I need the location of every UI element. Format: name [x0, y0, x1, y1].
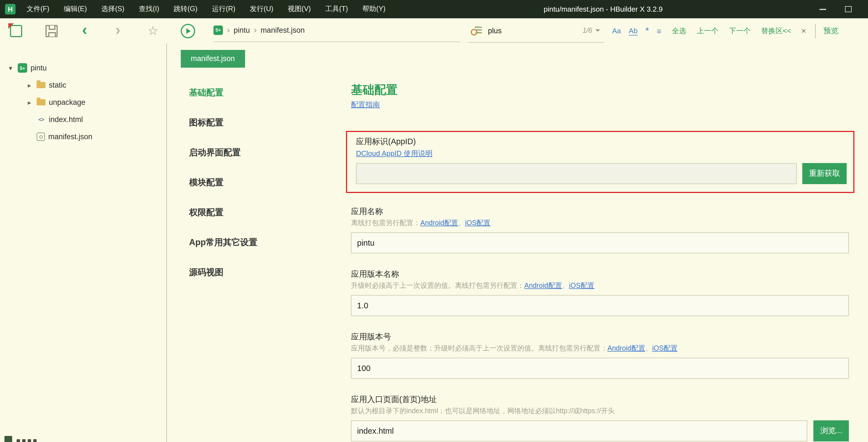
minimize-button[interactable]	[819, 8, 826, 10]
ios-config-link[interactable]: iOS配置	[465, 219, 490, 227]
menu-edit[interactable]: 编辑(E)	[57, 0, 94, 18]
menu-bar: H 文件(F) 编辑(E) 选择(S) 查找(I) 跳转(G) 运行(R) 发行…	[0, 0, 868, 18]
tree-item-unpackage[interactable]: unpackage	[0, 94, 166, 111]
find-query-text[interactable]: plus	[488, 26, 583, 35]
tree-item-index-html[interactable]: index.html	[0, 111, 166, 128]
version-name-field: 应用版本名称 升级时必须高于上一次设置的值。离线打包需另行配置：Android配…	[351, 269, 849, 316]
appid-label: 应用标识(AppID)	[356, 137, 847, 147]
ios-config-link[interactable]: iOS配置	[569, 282, 594, 290]
appid-input[interactable]	[356, 163, 797, 184]
favorite-button[interactable]	[148, 18, 158, 43]
chevron-right-icon[interactable]	[26, 98, 33, 106]
run-icon	[181, 24, 195, 38]
version-name-input[interactable]	[351, 295, 849, 316]
hint-text: 升级时必须高于上一次设置的值。离线打包需另行配置：	[351, 282, 524, 290]
nav-source-view[interactable]: 源码视图	[189, 257, 333, 287]
menu-tools[interactable]: 工具(T)	[318, 0, 355, 18]
html-file-icon	[37, 116, 45, 123]
android-config-link[interactable]: Android配置	[608, 344, 645, 352]
menu-publish[interactable]: 发行(U)	[243, 0, 281, 18]
tree-root-pintu[interactable]: 5+ pintu	[0, 59, 166, 77]
json-file-icon	[37, 132, 45, 141]
menu-file[interactable]: 文件(F)	[20, 0, 57, 18]
tree-item-manifest-json[interactable]: manifest.json	[0, 128, 166, 145]
back-icon	[82, 24, 87, 37]
save-button[interactable]	[45, 18, 58, 43]
select-all-button[interactable]: 全选	[672, 26, 686, 36]
selection-search-icon[interactable]: ≡	[657, 26, 661, 35]
replace-toggle-button[interactable]: 替换区<<	[761, 26, 791, 36]
viewport: H 文件(F) 编辑(E) 选择(S) 查找(I) 跳转(G) 运行(R) 发行…	[0, 0, 868, 442]
tree-item-label: unpackage	[49, 98, 85, 107]
breadcrumb-file[interactable]: manifest.json	[260, 26, 305, 34]
whole-word-icon[interactable]: Ab	[629, 26, 638, 35]
tab-manifest-json[interactable]: manifest.json	[181, 50, 245, 68]
entry-page-input[interactable]	[351, 420, 808, 441]
app-name-hint: 离线打包需另行配置：Android配置、iOS配置	[351, 218, 849, 228]
version-code-input[interactable]	[351, 358, 849, 379]
nav-module-config[interactable]: 模块配置	[189, 168, 333, 198]
app-name-field: 应用名称 离线打包需另行配置：Android配置、iOS配置	[351, 206, 849, 254]
tree-root-label: pintu	[31, 64, 47, 72]
basic-config-form: 基础配置 配置指南 应用标识(AppID) DCloud AppID 使用说明 …	[351, 43, 849, 441]
window-controls	[814, 6, 868, 12]
refetch-appid-button[interactable]: 重新获取	[802, 163, 847, 184]
breadcrumb-project[interactable]: pintu	[234, 26, 250, 34]
chevron-right-icon[interactable]	[26, 81, 33, 89]
regex-icon[interactable]: *	[645, 28, 649, 34]
bottom-panel-partial	[4, 436, 39, 442]
ios-config-link[interactable]: iOS配置	[652, 344, 678, 352]
version-code-hint: 应用版本号，必须是整数；升级时必须高于上一次设置的值。离线打包需另行配置：And…	[351, 344, 849, 353]
menu-run[interactable]: 运行(R)	[205, 0, 243, 18]
find-prev-button[interactable]: 上一个	[697, 26, 718, 36]
close-find-icon[interactable]: ×	[801, 26, 806, 36]
app-name-label: 应用名称	[351, 206, 849, 217]
back-button[interactable]	[82, 18, 87, 43]
find-input[interactable]: plus 1/6	[468, 19, 604, 43]
app-name-input[interactable]	[351, 232, 849, 254]
config-guide-link[interactable]: 配置指南	[351, 100, 380, 110]
preview-button[interactable]: 预览	[815, 24, 844, 38]
maximize-button[interactable]	[845, 6, 851, 12]
android-config-link[interactable]: Android配置	[420, 219, 458, 227]
page-title: 基础配置	[351, 82, 849, 98]
chevron-down-icon[interactable]	[595, 29, 600, 32]
hint-separator: 、	[458, 219, 465, 227]
tree-item-label: static	[49, 81, 66, 89]
clipped-text	[17, 439, 39, 442]
find-next-button[interactable]: 下一个	[729, 26, 750, 36]
menu-find[interactable]: 查找(I)	[132, 0, 166, 18]
new-file-button[interactable]	[10, 18, 22, 43]
star-icon	[148, 25, 158, 37]
chevron-right-icon	[254, 25, 257, 35]
menu-help[interactable]: 帮助(Y)	[355, 0, 393, 18]
run-button[interactable]	[181, 18, 195, 43]
nav-permission-config[interactable]: 权限配置	[189, 198, 333, 227]
android-config-link[interactable]: Android配置	[524, 282, 562, 290]
appid-highlight-box: 应用标识(AppID) DCloud AppID 使用说明 重新获取	[346, 131, 855, 193]
menu-select[interactable]: 选择(S)	[94, 0, 131, 18]
match-case-icon[interactable]: Aa	[612, 27, 621, 35]
hint-text: 离线打包需另行配置：	[351, 219, 420, 227]
hbuilderx-window: H 文件(F) 编辑(E) 选择(S) 查找(I) 跳转(G) 运行(R) 发行…	[0, 0, 868, 442]
entry-page-field: 应用入口页面(首页)地址 默认为根目录下的index.html；也可以是网络地址…	[351, 394, 849, 441]
version-code-label: 应用版本号	[351, 332, 849, 342]
nav-icon-config[interactable]: 图标配置	[189, 108, 333, 138]
browse-button[interactable]: 浏览...	[814, 420, 849, 441]
uniapp-project-icon: 5+	[214, 25, 223, 35]
window-title: pintu/manifest.json - HBuilder X 3.2.9	[393, 5, 814, 13]
hint-text: 默认为根目录下的index.html；也可以是网络地址，网络地址必须以http:…	[351, 407, 615, 415]
nav-basic-config[interactable]: 基础配置	[189, 78, 333, 108]
tree-item-static[interactable]: static	[0, 77, 166, 94]
entry-page-label: 应用入口页面(首页)地址	[351, 394, 849, 405]
forward-button[interactable]	[115, 18, 121, 43]
chevron-down-icon[interactable]	[7, 64, 14, 72]
version-name-label: 应用版本名称	[351, 269, 849, 279]
nav-splash-config[interactable]: 启动界面配置	[189, 138, 333, 168]
search-in-files-icon	[471, 26, 483, 35]
menu-goto[interactable]: 跳转(G)	[166, 0, 205, 18]
appid-doc-link[interactable]: DCloud AppID 使用说明	[356, 149, 432, 158]
nav-app-common-settings[interactable]: App常用其它设置	[189, 227, 333, 257]
menu-view[interactable]: 视图(V)	[281, 0, 318, 18]
version-name-hint: 升级时必须高于上一次设置的值。离线打包需另行配置：Android配置、iOS配置	[351, 281, 849, 291]
